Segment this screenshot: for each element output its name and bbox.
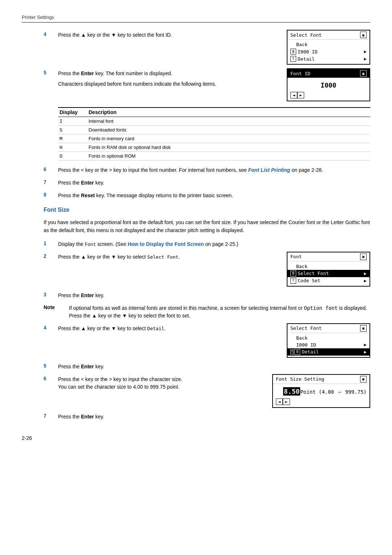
fs-step-7: 7 Press the Enter key. [44, 413, 370, 421]
fs-step-5-text: Press the Enter key. [58, 363, 370, 370]
font-size-setting-screen: Font Size Setting ▣ 8.50Point (4.00 ～ 99… [272, 374, 370, 408]
font-description-cell: Fonts in RAM disk or optional hard disk [87, 143, 370, 152]
step-6: 6 Press the < key or the > key to input … [44, 166, 370, 174]
table-row: SDownloaded fonts [58, 126, 370, 134]
fs-step-4-text: Press the ▲ key or the ▼ key to select D… [58, 325, 276, 332]
step-number-8: 8 [44, 192, 58, 198]
font-display-cell: O [58, 152, 87, 161]
lcd-nav-fontid: ◄ ► [287, 91, 369, 99]
col-description: Description [87, 108, 370, 117]
lcd-body-fss: 8.50Point (4.00 ～ 999.75) ◄ ► [273, 384, 369, 407]
lcd-icon-b2: B [290, 271, 296, 276]
fs-step-6: 6 Press the < key or the > key to input … [44, 376, 370, 408]
lcd-icon-b3: B [294, 349, 300, 355]
lcd-row-id-1: B I000 ID ▶ [287, 48, 369, 55]
save-icon-1: ▣ [360, 32, 367, 38]
lcd-sf2-detail: T B Detail ▶ [287, 348, 369, 356]
lcd-icon-t2: T [290, 278, 296, 284]
font-table: Display Description IInternal fontSDownl… [58, 107, 370, 161]
col-display: Display [58, 108, 87, 117]
step-6-text: Press the < key or the > key to input th… [58, 166, 370, 174]
step-number-5: 5 [44, 70, 58, 76]
lcd-body-1: Back B I000 ID ▶ T Detail ▶ [287, 40, 369, 64]
step-8: 8 Press the Reset key. The message displ… [44, 192, 370, 199]
font-table-container: Display Description IInternal fontSDownl… [58, 107, 370, 161]
fs-step-7-text: Press the Enter key. [58, 413, 370, 421]
font-list-link[interactable]: Font List Printing [248, 167, 290, 173]
lcd-font-select: B Select Font ▶ [287, 270, 369, 277]
note-row: Note If optional fonts as well as intern… [44, 304, 370, 320]
font-display-cell: H [58, 143, 87, 152]
lcd-icon-b1: B [290, 49, 296, 54]
fs-step-6-text: Press the < key or the > key to input th… [58, 376, 261, 391]
table-row: OFonts in optional ROM [58, 152, 370, 161]
fs-step-num-4: 4 [44, 325, 58, 331]
lcd-body-font: Back B Select Font ▶ T Code Set ▶ [287, 262, 369, 286]
font-screen: Font ▣ Back B Select Font ▶ T Code Set [287, 252, 370, 287]
step-number-6: 6 [44, 166, 58, 172]
fs-step-num-3: 3 [44, 292, 58, 297]
fs-step-3: 3 Press the Enter key. [44, 292, 370, 299]
lcd-icon-t1: T [290, 56, 296, 62]
fs-step-num-1: 1 [44, 240, 58, 246]
page-header: Printer Settings [22, 15, 370, 23]
lcd-title-sf2: Select Font ▣ [287, 324, 369, 333]
fs-step-num-2: 2 [44, 253, 58, 259]
lcd-title-fss: Font Size Setting ▣ [273, 375, 369, 384]
font-display-cell: M [58, 134, 87, 143]
page-number: 2-26 [22, 435, 32, 441]
lcd-font-codeset: T Code Set ▶ [287, 277, 369, 284]
select-font-screen-1: Select Font ▣ Back B I000 ID ▶ T Detail [287, 30, 370, 65]
lcd-row-back-1: Back [287, 41, 369, 48]
font-description-cell: Fonts in optional ROM [87, 152, 370, 161]
table-row: IInternal font [58, 117, 370, 126]
lcd-nav-fss: ◄ ► [273, 398, 369, 406]
font-description-cell: Fonts in memory card [87, 134, 370, 143]
table-row: HFonts in RAM disk or optional hard disk [58, 143, 370, 152]
lcd-title-fontid: Font ID ▣ [287, 69, 369, 78]
step-4: 4 Press the ▲ key or the ▼ key to select… [44, 31, 370, 65]
fs-step-5: 5 Press the Enter key. [44, 363, 370, 370]
save-icon-3: ▣ [360, 254, 367, 260]
lcd-sf2-id: I000 ID ▶ [287, 341, 369, 348]
lcd-title-1: Select Font ▣ [287, 31, 369, 40]
fs-step-num-6: 6 [44, 376, 58, 381]
font-size-intro: If you have selected a proportional font… [44, 218, 370, 235]
step-number-7: 7 [44, 179, 58, 185]
fs-step-1-text: Display the Font screen. (See How to Dis… [58, 240, 370, 248]
font-id-screen: Font ID ▣ I000 ◄ ► [287, 68, 370, 101]
fs-step-num-5: 5 [44, 363, 58, 369]
font-id-value: I000 [287, 79, 369, 91]
table-row: MFonts in memory card [58, 134, 370, 143]
note-text: If optional fonts as well as internal fo… [69, 304, 370, 320]
page-footer: 2-26 [22, 435, 370, 441]
lcd-title-font: Font ▣ [287, 252, 369, 262]
step-5-sub: Characters displayed before font numbers… [58, 80, 276, 88]
step-4-text: Press the ▲ key or the ▼ key to select t… [58, 31, 276, 39]
fs-step-4: 4 Press the ▲ key or the ▼ key to select… [44, 325, 370, 358]
step-8-text: Press the Reset key. The message display… [58, 192, 370, 199]
font-display-cell: S [58, 126, 87, 134]
font-display-cell: I [58, 117, 87, 126]
lcd-sf2-back: Back [287, 335, 369, 341]
fs-step-2-text: Press the ▲ key or the ▼ key to select S… [58, 253, 276, 261]
step-5: 5 Press the Enter key. The font number i… [44, 70, 370, 101]
step-5-text: Press the Enter key. The font number is … [58, 70, 276, 77]
fs-step-num-7: 7 [44, 413, 58, 419]
lcd-body-fontid: I000 ◄ ► [287, 78, 369, 101]
fs-step-1: 1 Display the Font screen. (See How to D… [44, 240, 370, 248]
breadcrumb: Printer Settings [22, 15, 54, 20]
step-7-text: Press the Enter key. [58, 179, 370, 187]
how-to-display-link[interactable]: How to Display the Font Screen [128, 241, 204, 247]
save-icon-2: ▣ [360, 70, 367, 77]
save-icon-4: ▣ [360, 325, 367, 332]
save-icon-5: ▣ [360, 376, 367, 382]
fs-step-3-text: Press the Enter key. [58, 292, 370, 299]
lcd-size-highlight: 8.50 [283, 387, 300, 396]
font-size-heading: Font Size [44, 207, 370, 213]
font-description-cell: Downloaded fonts [87, 126, 370, 134]
lcd-row-detail-1: T Detail ▶ [287, 55, 369, 62]
lcd-fss-value: 8.50Point (4.00 ～ 999.75) [273, 385, 369, 398]
lcd-font-back: Back [287, 263, 369, 270]
note-label: Note [44, 304, 69, 310]
